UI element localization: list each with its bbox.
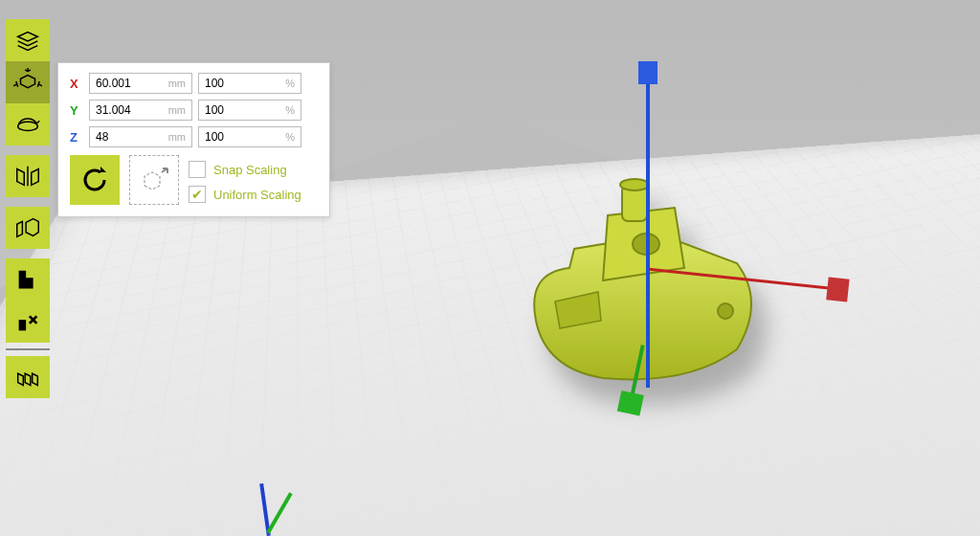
unit-pct: % [285,131,295,143]
tool-arrange[interactable] [6,356,50,398]
toolbar-separator [6,348,50,350]
checkbox-icon [189,161,206,178]
svg-point-4 [18,122,38,130]
scale-z-pct-input[interactable] [205,130,281,144]
scale-z-mm-input[interactable] [96,130,165,144]
uniform-scaling-label: Uniform Scaling [213,188,301,202]
tool-view-mode[interactable] [6,19,50,61]
snap-scaling-label: Snap Scaling [213,163,287,177]
snap-scaling-checkbox[interactable]: Snap Scaling [189,161,301,178]
scale-y-mm-input[interactable] [96,103,165,117]
gizmo-y-handle[interactable] [617,391,644,416]
unit-mm: mm [168,104,186,116]
tool-support-block[interactable] [6,258,50,301]
scale-y-pct-input[interactable] [205,103,281,117]
left-toolbar [6,19,50,398]
scale-y-pct[interactable]: % [198,100,301,121]
gizmo-x-handle[interactable] [826,277,849,302]
scale-z-pct[interactable]: % [198,126,301,147]
unit-pct: % [285,78,295,89]
scale-z-mm[interactable]: mm [89,126,192,147]
scale-x-mm-input[interactable] [96,77,165,90]
gizmo-z-handle[interactable] [638,61,657,84]
scale-x-pct[interactable]: % [198,73,301,94]
tool-split[interactable] [6,207,50,249]
tool-rotate[interactable] [6,103,50,145]
axis-label-z: Z [70,130,83,145]
reset-scale-button[interactable] [70,155,120,205]
checkbox-checked-icon: ✔ [189,186,206,203]
scale-panel: X mm % Y mm % Z mm % [57,62,330,217]
scale-row-x: X mm % [70,73,318,94]
scale-y-mm[interactable]: mm [89,100,192,121]
svg-point-3 [718,303,733,319]
axis-label-x: X [70,77,83,91]
scale-to-fit-button[interactable] [129,155,179,205]
scale-x-mm[interactable]: mm [89,73,192,94]
tool-support-block-x[interactable] [6,301,50,343]
tool-mirror[interactable] [6,155,50,197]
scale-x-pct-input[interactable] [205,77,281,90]
unit-mm: mm [168,78,186,89]
tool-scale[interactable] [6,61,50,103]
svg-point-1 [620,179,649,190]
scale-row-y: Y mm % [70,100,318,121]
axis-label-y: Y [70,103,83,118]
unit-mm: mm [168,131,186,143]
unit-pct: % [285,104,295,116]
scale-row-z: Z mm % [70,126,318,147]
gizmo-z-axis[interactable] [646,67,650,388]
uniform-scaling-checkbox[interactable]: ✔ Uniform Scaling [189,186,301,203]
